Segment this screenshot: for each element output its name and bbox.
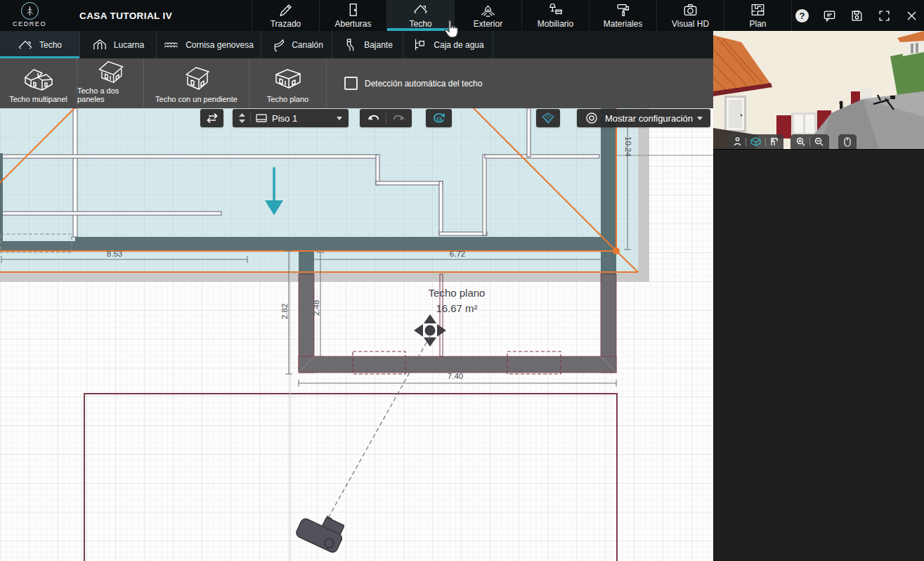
roof-icon — [18, 38, 33, 52]
tab-trazado[interactable]: Trazado — [252, 0, 319, 31]
tab-mobiliario[interactable]: Mobiliario — [521, 0, 589, 31]
chevron-down-icon — [697, 117, 703, 120]
roof-type-ribbon: Techo multipanel Techo a dos paneles Tec… — [0, 58, 713, 108]
downspout-icon — [342, 38, 358, 52]
blueprint-icon — [749, 2, 767, 18]
auto-detect-checkbox[interactable] — [344, 77, 358, 90]
divider — [765, 138, 766, 146]
help-button[interactable]: ? — [795, 9, 809, 22]
show-configuration-button[interactable]: Mostrar configuración — [577, 109, 710, 127]
save-button[interactable] — [850, 9, 864, 22]
swap-icon — [206, 112, 219, 124]
redo-button-disabled[interactable] — [391, 113, 405, 123]
swap-floor-button[interactable] — [200, 109, 223, 127]
main-tabs: Trazado Aberturas Techo Exterior — [252, 0, 792, 31]
close-button[interactable] — [905, 9, 918, 22]
tab-label: Visual HD — [672, 19, 709, 29]
roof-two-panel-button[interactable]: Techo a dos paneles — [77, 58, 144, 108]
floor-spinner-icon[interactable] — [239, 113, 245, 123]
roof-single-slope-button[interactable]: Techo con un pendiente — [144, 58, 249, 108]
subtab-bajante[interactable]: Bajante — [332, 31, 403, 58]
dim-left-inner: 2.48 — [312, 300, 320, 316]
subtab-label: Lucarna — [114, 40, 144, 50]
tab-aberturas[interactable]: Aberturas — [319, 0, 386, 31]
subtab-caja-de-agua[interactable]: Caja de agua — [403, 31, 493, 58]
tab-label: Plan — [749, 19, 766, 29]
cedreo-logo-text: CEDREO — [7, 20, 52, 27]
fullscreen-button[interactable] — [878, 9, 891, 22]
tab-label: Mobiliario — [538, 19, 573, 29]
divider — [746, 138, 746, 146]
furniture-lamp-icon — [547, 2, 564, 18]
rotate-view-button[interactable] — [426, 109, 452, 127]
dim-left-outer: 2.82 — [280, 304, 289, 319]
preview-zoom-group — [790, 134, 829, 149]
top-navigation-bar: CEDREO CASA TUTORIAL IV Trazado Abertura… — [0, 0, 924, 31]
zoom-in-button[interactable] — [796, 137, 805, 146]
subtab-label: Canalón — [292, 40, 323, 50]
tab-label: Techo — [409, 19, 431, 29]
floor-icon — [256, 114, 267, 122]
show-configuration-label: Mostrar configuración — [605, 113, 693, 124]
multipanel-roof-icon — [21, 65, 56, 93]
roof-icon — [412, 2, 429, 18]
roof-button-label: Techo plano — [267, 95, 308, 103]
roof-flat-button[interactable]: Techo plano — [249, 58, 327, 108]
subtab-techo[interactable]: Techo — [0, 31, 80, 58]
subtab-canalon[interactable]: Canalón — [261, 31, 332, 58]
single-slope-roof-icon — [179, 65, 214, 93]
floor-selector-dropdown[interactable]: Piso 1 — [233, 109, 349, 127]
tab-label: Trazado — [271, 19, 301, 29]
dim-bottom: 7.40 — [448, 372, 463, 380]
elevation-view-button[interactable] — [770, 137, 779, 146]
subtab-cornisa-genovesa[interactable]: Cornisa genovesa — [157, 31, 261, 58]
gutter-icon — [270, 38, 285, 52]
orbit-rotate-icon — [433, 112, 445, 124]
3d-preview-viewport[interactable] — [713, 31, 924, 149]
auto-detect-label: Detección automática del techo — [365, 79, 482, 89]
undo-button[interactable] — [367, 113, 381, 123]
3d-view-button-active[interactable] — [750, 137, 761, 146]
exterior-house-icon — [479, 2, 497, 18]
tab-visual-hd[interactable]: Visual HD — [656, 0, 724, 31]
auto-detect-roof-option: Detección automática del techo — [327, 58, 482, 108]
tab-label: Exterior — [474, 19, 502, 29]
roof-eave-bottom — [0, 273, 649, 282]
paint-roller-icon — [614, 2, 632, 18]
tab-techo[interactable]: Techo — [386, 0, 454, 31]
project-title: CASA TUTORIAL IV — [79, 0, 172, 31]
eye-icon — [585, 112, 599, 124]
subtab-label: Cornisa genovesa — [186, 40, 254, 50]
divider — [386, 112, 386, 124]
roof-button-label: Techo a dos paneles — [77, 86, 143, 103]
roof-multipanel-button[interactable]: Techo multipanel — [0, 58, 77, 108]
roof-area-label: 16.67 m² — [436, 302, 477, 314]
roof-eave-right — [638, 108, 649, 282]
subtab-label: Techo — [39, 40, 62, 50]
divider — [809, 138, 810, 146]
water-box-icon — [412, 38, 427, 52]
chevron-down-icon — [337, 117, 342, 120]
subtab-lucarna[interactable]: Lucarna — [80, 31, 157, 58]
cedreo-app-window: 8.53 6.72 10.24 2.82 2.48 7.40 Techo pla… — [0, 0, 924, 561]
walkthrough-view-button[interactable] — [734, 137, 741, 146]
mouse-icon[interactable] — [844, 137, 851, 147]
preview-mouse-group — [838, 134, 857, 149]
tab-plan[interactable]: Plan — [724, 0, 792, 31]
cornice-icon — [164, 38, 179, 52]
undo-redo-group — [360, 109, 412, 127]
feedback-button[interactable] — [823, 9, 836, 22]
tab-label: Aberturas — [334, 19, 371, 29]
tab-label: Materiales — [604, 19, 642, 29]
floorplan-canvas[interactable]: 8.53 6.72 10.24 2.82 2.48 7.40 Techo pla… — [0, 108, 713, 561]
roof-node-handle[interactable] — [613, 247, 620, 254]
dim-top-right: 6.72 — [450, 250, 465, 258]
tab-materiales[interactable]: Materiales — [589, 0, 656, 31]
roof-surface-display-button[interactable] — [536, 109, 560, 127]
zoom-out-button[interactable] — [814, 137, 824, 146]
subtab-label: Bajante — [364, 40, 393, 50]
tab-exterior[interactable]: Exterior — [454, 0, 521, 31]
door-icon — [344, 2, 362, 18]
cedreo-logo[interactable]: CEDREO — [7, 1, 52, 27]
roof-button-label: Techo multipanel — [9, 95, 67, 103]
